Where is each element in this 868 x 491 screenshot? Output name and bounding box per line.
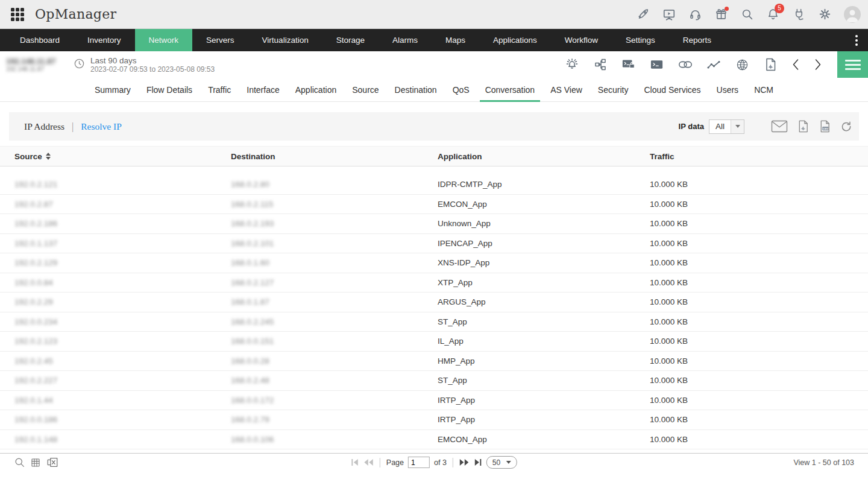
page-input[interactable]	[408, 457, 430, 468]
page-size-select[interactable]: 50	[486, 456, 517, 469]
cell-source: 192.0.2.129	[0, 258, 216, 267]
table-footer: Page of 3 50 View 1 - 50 of 103	[0, 453, 868, 471]
nav-item-network[interactable]: Network	[135, 29, 193, 51]
tab-source[interactable]: Source	[344, 78, 386, 101]
gift-icon[interactable]	[714, 8, 728, 21]
first-page-button[interactable]	[351, 458, 359, 466]
terminal-icon[interactable]	[650, 57, 664, 72]
cell-traffic: 10.000 KB	[635, 396, 868, 405]
user-avatar[interactable]	[844, 6, 861, 23]
rocket-icon[interactable]	[637, 8, 650, 21]
tab-flow-details[interactable]: Flow Details	[139, 78, 200, 101]
hamburger-menu-button[interactable]	[837, 51, 868, 78]
traffic-graph-icon[interactable]	[706, 57, 721, 72]
table-row[interactable]: 192.0.0.84168.0.2.127XTP_App10.000 KB	[0, 273, 868, 293]
column-header-source[interactable]: Source	[0, 152, 216, 161]
sort-icon[interactable]	[46, 153, 51, 160]
cell-source: 192.0.0.234	[0, 317, 216, 326]
table-row[interactable]: 192.0.1.44168.0.0.172IRTP_App10.000 KB	[0, 391, 868, 411]
tab-conversation[interactable]: Conversation	[477, 78, 543, 101]
table-row[interactable]: 192.0.2.186168.0.2.193Unknown_App10.000 …	[0, 214, 868, 234]
time-period[interactable]: Last 90 days 2023-02-07 09:53 to 2023-05…	[74, 56, 215, 74]
nav-item-servers[interactable]: Servers	[192, 29, 248, 51]
tab-interface[interactable]: Interface	[239, 78, 287, 101]
table-row[interactable]: 192.0.0.186168.0.2.79IRTP_App10.000 KB	[0, 410, 868, 430]
chevron-right-icon[interactable]	[814, 57, 822, 72]
chevron-left-icon[interactable]	[791, 57, 800, 72]
alarm-config-icon[interactable]	[565, 57, 579, 72]
tab-qos[interactable]: QoS	[445, 78, 477, 101]
cell-traffic: 10.000 KB	[635, 180, 868, 189]
column-header-destination[interactable]: Destination	[216, 152, 423, 161]
excel-export-icon[interactable]	[46, 457, 58, 467]
table-row[interactable]: 192.0.2.45168.0.0.28HMP_App10.000 KB	[0, 352, 868, 372]
cell-source: 192.0.2.121	[0, 180, 216, 189]
nav-item-settings[interactable]: Settings	[612, 29, 669, 51]
integrations-plug-icon[interactable]	[792, 8, 805, 21]
topbar: OpManager 5	[0, 0, 868, 29]
nav-item-applications[interactable]: Applications	[479, 29, 551, 51]
nav-item-storage[interactable]: Storage	[322, 29, 379, 51]
topology-icon[interactable]	[593, 57, 608, 72]
resolve-ip-link[interactable]: Resolve IP	[81, 121, 122, 132]
notification-bell-icon[interactable]: 5	[766, 8, 779, 21]
tab-as-view[interactable]: AS View	[542, 78, 590, 101]
device-subheader: 192.148.11.87 192.148.11.87 Last 90 days…	[0, 51, 868, 78]
prev-page-button[interactable]	[363, 458, 374, 466]
tab-traffic[interactable]: Traffic	[200, 78, 239, 101]
table-view-icon[interactable]	[31, 458, 40, 467]
tab-ncm[interactable]: NCM	[746, 78, 781, 101]
tab-summary[interactable]: Summary	[87, 78, 139, 101]
cell-destination: 168.0.1.60	[216, 258, 423, 267]
table-row[interactable]: 192.0.2.87168.0.2.115EMCON_App10.000 KB	[0, 195, 868, 215]
nav-item-alarms[interactable]: Alarms	[379, 29, 432, 51]
nav-item-workflow[interactable]: Workflow	[551, 29, 612, 51]
pdf-report-icon[interactable]	[763, 57, 778, 72]
secure-terminal-icon[interactable]	[621, 57, 636, 72]
footer-search-icon[interactable]	[14, 457, 25, 467]
last-page-button[interactable]	[474, 458, 482, 466]
tab-application[interactable]: Application	[288, 78, 345, 101]
nav-item-maps[interactable]: Maps	[432, 29, 479, 51]
csv-export-icon[interactable]: CSV	[819, 119, 831, 133]
search-icon[interactable]	[740, 8, 753, 21]
tab-destination[interactable]: Destination	[387, 78, 445, 101]
support-headset-icon[interactable]	[688, 8, 702, 21]
cell-destination: 168.0.0.106	[216, 435, 423, 444]
ip-address-label: IP Address	[24, 121, 64, 132]
nav-item-inventory[interactable]: Inventory	[74, 29, 135, 51]
tab-security[interactable]: Security	[590, 78, 637, 101]
demo-video-icon[interactable]	[662, 8, 676, 21]
cell-destination: 168.0.1.87	[216, 297, 423, 306]
nav-item-dashboard[interactable]: Dashboard	[6, 29, 74, 51]
device-name-block[interactable]: 192.148.11.87 192.148.11.87	[0, 57, 68, 72]
column-header-application[interactable]: Application	[423, 152, 635, 161]
table-row[interactable]: 192.0.2.123168.0.0.151IL_App10.000 KB	[0, 332, 868, 352]
clock-icon	[74, 58, 85, 72]
nav-item-virtualization[interactable]: Virtualization	[248, 29, 322, 51]
link-icon[interactable]	[678, 57, 693, 72]
table-row[interactable]: 192.0.2.121168.0.2.80IDPR-CMTP_App10.000…	[0, 175, 868, 195]
table-row[interactable]: 192.0.0.234168.0.2.245ST_App10.000 KB	[0, 312, 868, 332]
table-row[interactable]: 192.0.1.148168.0.0.106EMCON_App10.000 KB	[0, 430, 868, 450]
next-page-button[interactable]	[459, 458, 470, 466]
view-range-text: View 1 - 50 of 103	[793, 458, 868, 467]
mail-icon[interactable]	[771, 120, 788, 133]
cell-source: 192.0.1.137	[0, 239, 216, 248]
tab-users[interactable]: Users	[709, 78, 747, 101]
table-row[interactable]: 192.0.1.137168.0.2.101IPENCAP_App10.000 …	[0, 234, 868, 254]
refresh-icon[interactable]	[840, 121, 852, 132]
table-row[interactable]: 192.0.2.129168.0.1.60XNS-IDP_App10.000 K…	[0, 253, 868, 273]
apps-grid-icon[interactable]	[11, 8, 24, 21]
ip-data-select[interactable]: All	[709, 119, 744, 134]
table-row[interactable]: 192.0.2.29168.0.1.87ARGUS_App10.000 KB	[0, 293, 868, 312]
pdf-export-icon[interactable]	[797, 119, 810, 133]
tab-cloud-services[interactable]: Cloud Services	[636, 78, 708, 101]
cell-source: 192.0.2.227	[0, 376, 216, 385]
nav-overflow-icon[interactable]	[848, 29, 866, 51]
globe-icon[interactable]	[735, 57, 749, 72]
column-header-traffic[interactable]: Traffic	[635, 152, 868, 161]
table-row[interactable]: 192.0.2.227168.0.2.48ST_App10.000 KB	[0, 371, 868, 391]
nav-item-reports[interactable]: Reports	[669, 29, 725, 51]
settings-gear-icon[interactable]	[818, 8, 831, 21]
